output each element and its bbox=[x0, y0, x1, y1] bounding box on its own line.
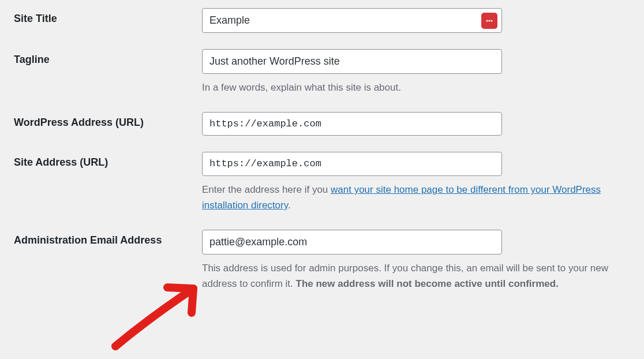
admin-email-description: This address is used for admin purposes.… bbox=[202, 260, 629, 291]
site-address-desc-suffix: . bbox=[288, 200, 291, 211]
row-tagline: Tagline In a few words, explain what thi… bbox=[0, 41, 644, 103]
label-tagline: Tagline bbox=[0, 41, 202, 78]
label-site-title: Site Title bbox=[0, 0, 202, 38]
field-admin-email: This address is used for admin purposes.… bbox=[202, 222, 644, 300]
site-address-input[interactable] bbox=[202, 152, 502, 176]
password-manager-icon[interactable] bbox=[481, 13, 497, 29]
svg-point-1 bbox=[489, 20, 491, 21]
admin-email-input[interactable] bbox=[202, 230, 502, 255]
site-address-desc-prefix: Enter the address here if you bbox=[202, 184, 331, 195]
field-wp-address bbox=[202, 104, 644, 144]
tagline-input[interactable] bbox=[202, 49, 502, 74]
field-tagline: In a few words, explain what this site i… bbox=[202, 41, 644, 103]
label-wp-address: WordPress Address (URL) bbox=[0, 104, 202, 141]
row-wp-address: WordPress Address (URL) bbox=[0, 104, 644, 144]
field-site-address: Enter the address here if you want your … bbox=[202, 144, 644, 221]
site-title-input-wrap bbox=[202, 8, 502, 33]
field-site-title bbox=[202, 0, 644, 41]
admin-email-desc-strong: The new address will not become active u… bbox=[296, 278, 559, 289]
row-admin-email: Administration Email Address This addres… bbox=[0, 222, 644, 300]
row-site-address: Site Address (URL) Enter the address her… bbox=[0, 144, 644, 221]
svg-point-2 bbox=[491, 20, 493, 21]
site-title-input[interactable] bbox=[202, 8, 502, 33]
label-admin-email: Administration Email Address bbox=[0, 222, 202, 259]
label-site-address: Site Address (URL) bbox=[0, 144, 202, 181]
site-address-description: Enter the address here if you want your … bbox=[202, 182, 629, 213]
tagline-description: In a few words, explain what this site i… bbox=[202, 80, 629, 95]
row-site-title: Site Title bbox=[0, 0, 644, 41]
settings-form: Site Title Tagline In a few words, expla… bbox=[0, 0, 644, 300]
wp-address-input[interactable] bbox=[202, 112, 502, 136]
svg-point-0 bbox=[486, 20, 488, 21]
